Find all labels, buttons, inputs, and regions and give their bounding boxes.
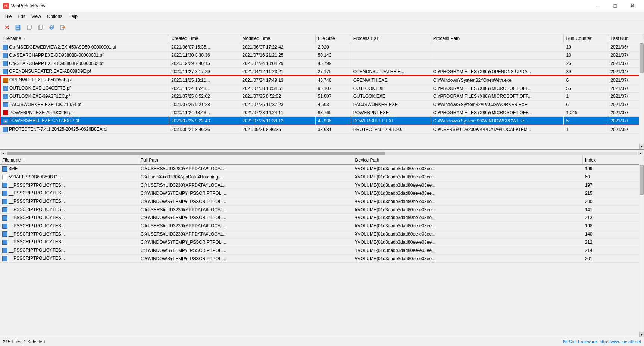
- cell-lower-index: 60: [582, 173, 644, 181]
- cell-size: 4,503: [315, 100, 351, 109]
- col-exe[interactable]: Process EXE: [351, 34, 431, 43]
- table-row[interactable]: Op-SEARCHAPP.EXE-DD93808B-00000002.pf 20…: [0, 59, 644, 68]
- menu-view[interactable]: View: [28, 13, 44, 20]
- cell-path: C:¥Windows¥System32¥WINDOWSPOWERS...: [431, 117, 564, 125]
- cell-last-run: 2021/04/: [608, 68, 644, 76]
- lower-pane[interactable]: Filename ↑ Full Path Device Path Index $…: [0, 156, 644, 337]
- cell-filename: PROTECTENT-7.4.1.20425-20425--0626B8EA.p…: [0, 125, 169, 133]
- table-row[interactable]: POWERPNT.EXE-A579C246.pf 2020/11/24 13:4…: [0, 109, 644, 117]
- toolbar-export[interactable]: [57, 22, 68, 33]
- col-lower-filename[interactable]: Filename ↑: [0, 156, 138, 165]
- table-row[interactable]: Op-SEARCHAPP.EXE-DD93808B-00000001.pf 20…: [0, 51, 644, 59]
- toolbar-copy1[interactable]: [24, 22, 34, 33]
- cell-lower-devicepath: ¥VOLUME{01d3dadb3dad80ee-e03ee...: [353, 230, 582, 238]
- menu-help[interactable]: Help: [65, 13, 81, 20]
- cell-run-counter: 1,045: [564, 109, 608, 117]
- col-created[interactable]: Created Time: [169, 34, 240, 43]
- cell-exe: OUTLOOK.EXE: [351, 84, 431, 93]
- cell-created: 2021/06/07 16:35...: [169, 43, 240, 51]
- table-row[interactable]: __PSSCRIPTPOLICYTES... C:¥WINDOWS¥TEMP¥_…: [0, 197, 644, 206]
- cell-size: 83,765: [315, 109, 351, 117]
- table-row[interactable]: __PSSCRIPTPOLICYTES... C:¥WINDOWS¥TEMP¥_…: [0, 238, 644, 246]
- col-size[interactable]: File Size: [315, 34, 351, 43]
- col-lower-index[interactable]: Index: [582, 156, 644, 165]
- cell-lower-index: 199: [582, 165, 644, 173]
- cell-last-run: 2021/07/: [608, 100, 644, 109]
- table-row[interactable]: __PSSCRIPTPOLICYTES... C:¥USERS¥UID3230¥…: [0, 181, 644, 189]
- cell-exe: POWERPNT.EXE: [351, 109, 431, 117]
- scroll-down[interactable]: ▼: [639, 144, 644, 149]
- cell-filename: Op-SEARCHAPP.EXE-DD93808B-00000001.pf: [0, 51, 169, 59]
- col-filename[interactable]: Filename ↑: [0, 34, 169, 43]
- cell-filename: Op-SEARCHAPP.EXE-DD93808B-00000002.pf: [0, 59, 169, 68]
- cell-lower-devicepath: ¥VOLUME{01d3dadb3dad80ee-e03ee...: [353, 246, 582, 255]
- table-row[interactable]: ✓OUTLOOK.EXE-39A3F1EC.pf 2021/07/25 0:52…: [0, 92, 644, 100]
- cell-last-run: 2021/07/: [608, 109, 644, 117]
- cell-lower-filename: 590AEE7BDD69B59B.C...: [0, 173, 138, 181]
- cell-path: C:¥Windows¥System32¥OpenWith.exe: [431, 76, 564, 84]
- upper-pane[interactable]: Filename ↑ Created Time Modified Time Fi…: [0, 34, 644, 149]
- cell-last-run: 2021/07/: [608, 59, 644, 68]
- cell-lower-devicepath: ¥VOLUME{01d3dadb3dad80ee-e03ee...: [353, 189, 582, 197]
- table-row[interactable]: 590AEE7BDD69B59B.C... C:¥Users¥uid3230¥A…: [0, 173, 644, 181]
- table-row[interactable]: PROTECTENT-7.4.1.20425-20425--0626B8EA.p…: [0, 125, 644, 133]
- cell-created: 2020/11/24 13:43...: [169, 109, 240, 117]
- table-row[interactable]: Op-MSEDGEWEBVIEW2.EX-450A9D59-00000001.p…: [0, 43, 644, 51]
- cell-exe: OPENWITH.EXE: [351, 76, 431, 84]
- table-row[interactable]: __PSSCRIPTPOLICYTES... C:¥WINDOWS¥TEMP¥_…: [0, 213, 644, 222]
- cell-lower-filename: __PSSCRIPTPOLICYTES...: [0, 213, 138, 222]
- cell-path: [431, 43, 564, 51]
- table-row[interactable]: OPENDNSUPDATER.EXE-AB088D9E.pf 2020/11/2…: [0, 68, 644, 76]
- col-modified[interactable]: Modified Time: [240, 34, 315, 43]
- table-row[interactable]: __PSSCRIPTPOLICYTES... C:¥USERS¥UID3230¥…: [0, 206, 644, 214]
- table-row[interactable]: ✓OUTLOOK.EXE-1C4CEF7B.pf 2020/11/24 15:4…: [0, 84, 644, 93]
- horizontal-scrollbar[interactable]: ◄ ►: [0, 150, 644, 156]
- status-file-count: 215 Files, 1 Selected: [3, 339, 563, 345]
- menu-file[interactable]: File: [1, 13, 15, 20]
- cell-last-run: 2021/07/: [608, 84, 644, 93]
- cell-filename: OPENDNSUPDATER.EXE-AB088D9E.pf: [0, 68, 169, 76]
- app-icon: PF: [3, 3, 9, 9]
- toolbar-delete[interactable]: ✕: [1, 22, 12, 33]
- menu-edit[interactable]: Edit: [15, 13, 28, 20]
- close-button[interactable]: ✕: [624, 0, 641, 12]
- maximize-button[interactable]: □: [607, 0, 624, 12]
- window-controls: ─ □ ✕: [590, 0, 641, 12]
- cell-filename: ✓OUTLOOK.EXE-1C4CEF7B.pf: [0, 84, 169, 93]
- cell-lower-fullpath: C:¥WINDOWS¥TEMP¥_PSSCRIPTPOLI...: [138, 213, 353, 222]
- cell-size: 2,920: [315, 43, 351, 51]
- lower-scroll-down[interactable]: ▼: [639, 332, 644, 337]
- minimize-button[interactable]: ─: [590, 0, 607, 12]
- col-lower-fullpath[interactable]: Full Path: [138, 156, 353, 165]
- cell-path: C:¥PROGRAM FILES (X86)¥OPENDNS UPDA...: [431, 68, 564, 76]
- toolbar-copy2[interactable]: [35, 22, 46, 33]
- cell-lower-index: 212: [582, 238, 644, 246]
- table-row[interactable]: __PSSCRIPTPOLICYTES... C:¥WINDOWS¥TEMP¥_…: [0, 255, 644, 263]
- table-row[interactable]: __PSSCRIPTPOLICYTES... C:¥USERS¥UID3230¥…: [0, 230, 644, 238]
- cell-modified: 2021/05/21 8:46:36: [240, 125, 315, 133]
- toolbar-save[interactable]: [13, 22, 23, 33]
- cell-size: 50,143: [315, 51, 351, 59]
- menu-options[interactable]: Options: [44, 13, 65, 20]
- col-lower-devicepath[interactable]: Device Path: [353, 156, 582, 165]
- cell-filename: ✓OUTLOOK.EXE-39A3F1EC.pf: [0, 92, 169, 100]
- col-path[interactable]: Process Path: [431, 34, 564, 43]
- cell-last-run: 2021/07/: [608, 92, 644, 100]
- table-row[interactable]: OPENWITH.EXE-8B50D58B.pf 2020/11/25 13:1…: [0, 76, 644, 84]
- table-row[interactable]: __PSSCRIPTPOLICYTES... C:¥WINDOWS¥TEMP¥_…: [0, 246, 644, 255]
- table-row[interactable]: ▶POWERSHELL.EXE-CA1AE517.pf 2021/07/25 9…: [0, 117, 644, 125]
- cell-lower-filename: __PSSCRIPTPOLICYTES...: [0, 246, 138, 255]
- table-row[interactable]: __PSSCRIPTPOLICYTES... C:¥USERS¥UID3230¥…: [0, 222, 644, 230]
- cell-lower-devicepath: ¥VOLUME{01d3dadb3dad80ee-e03ee...: [353, 255, 582, 263]
- cell-lower-filename: __PSSCRIPTPOLICYTES...: [0, 197, 138, 206]
- cell-lower-devicepath: ¥VOLUME{01d3dadb3dad80ee-e03ee...: [353, 222, 582, 230]
- col-run-counter[interactable]: Run Counter: [564, 34, 608, 43]
- col-last-run[interactable]: Last Run: [608, 34, 644, 43]
- table-row[interactable]: $MFT C:¥USERS¥UID3230¥APPDATA¥LOCAL... ¥…: [0, 165, 644, 173]
- cell-size: 95,107: [315, 84, 351, 93]
- cell-last-run: 2021/07/: [608, 76, 644, 84]
- table-row[interactable]: PACJSWORKER.EXE-13C719A4.pf 2021/07/25 9…: [0, 100, 644, 109]
- cell-created: 2020/11/25 13:11...: [169, 76, 240, 84]
- table-row[interactable]: __PSSCRIPTPOLICYTES... C:¥WINDOWS¥TEMP¥_…: [0, 189, 644, 197]
- toolbar-refresh[interactable]: [46, 22, 57, 33]
